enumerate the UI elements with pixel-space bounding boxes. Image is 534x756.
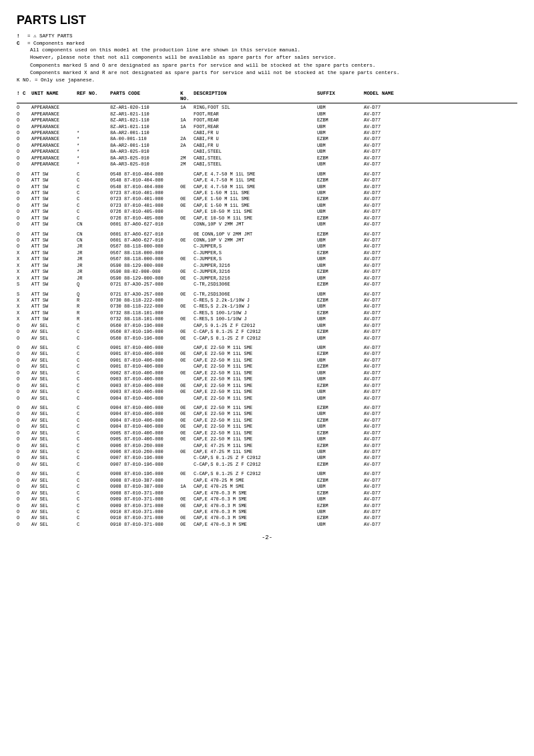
- row-kno: 1A: [180, 117, 194, 123]
- row-kno: [180, 130, 194, 136]
- row-model: AV-D77: [364, 323, 404, 329]
- row-desc: CAP,E 22-50 M 11L SME: [194, 364, 317, 370]
- row-unit: AV SEL: [31, 522, 77, 528]
- row-desc: CAP,E 470-25 M SME: [194, 484, 317, 490]
- row-unit: AV SEL: [31, 389, 77, 395]
- row-parts: 0908 87-010-371-080: [110, 490, 180, 496]
- row-suffix: UBM: [317, 124, 364, 130]
- row-parts: 8Z-AR1-021-110: [110, 111, 180, 117]
- row-parts: 0908 87-010-196-080: [110, 471, 180, 477]
- table-row: O AV SEL C 0906 87-010-260-080 0E CAP,E …: [17, 449, 517, 455]
- row-suffix: UBM: [317, 411, 364, 417]
- row-kno: 0E: [180, 436, 194, 442]
- row-model: AV-D77: [364, 329, 404, 335]
- row-ref: C: [77, 209, 110, 215]
- table-row: O AV SEL C 0908 87-010-387-080 CAP,E 470…: [17, 478, 517, 484]
- row-ref: C: [77, 336, 110, 342]
- row-suffix: EZBM: [317, 117, 364, 123]
- row-unit: AV SEL: [31, 430, 77, 436]
- row-unit: APPEARANCE: [31, 161, 77, 167]
- row-suffix: UBM: [317, 455, 364, 461]
- row-parts: 0910 87-010-371-080: [110, 509, 180, 515]
- row-ref: C: [77, 329, 110, 335]
- row-kno: 0E: [180, 389, 194, 395]
- row-ic: S: [17, 282, 31, 288]
- row-suffix: EZBM: [317, 418, 364, 424]
- row-ref: C: [77, 449, 110, 455]
- row-suffix: UBM: [317, 396, 364, 402]
- row-ic: O: [17, 177, 31, 183]
- table-row: O APPEARANCE 8Z-AR1-021-110 1A FOOT,REAR…: [17, 117, 517, 123]
- row-kno: 1A: [180, 124, 194, 130]
- row-suffix: UBM: [317, 389, 364, 395]
- row-model: AV-D77: [364, 304, 404, 310]
- header-ic: ! C: [17, 91, 31, 101]
- row-ic: O: [17, 124, 31, 130]
- row-suffix: UBM: [317, 171, 364, 177]
- row-unit: AV SEL: [31, 418, 77, 424]
- row-suffix: UBM: [317, 358, 364, 364]
- legend-note-1: All components used on this model at the…: [30, 47, 517, 54]
- row-model: AV-D77: [364, 424, 404, 430]
- row-unit: ATT SW: [31, 263, 77, 269]
- header-ref: REF NO.: [77, 91, 110, 101]
- row-desc: C-TR,2SD1306E: [194, 292, 317, 298]
- row-model: AV-D77: [364, 276, 404, 282]
- row-desc: CAP,E 22-50 M 11L SME: [194, 430, 317, 436]
- row-parts: 0901 87-010-406-080: [110, 364, 180, 370]
- row-ref: *: [77, 130, 110, 136]
- row-unit: ATT SW: [31, 298, 77, 304]
- row-unit: ATT SW: [31, 184, 77, 190]
- table-row: O ATT SW CN 0601 87-A60-627-010 0E CONN,…: [17, 232, 517, 238]
- table-row: O AV SEL C 0560 87-010-196-080 CAP,S 0.1…: [17, 323, 517, 329]
- row-kno: [180, 244, 194, 250]
- row-suffix: EZBM: [317, 216, 364, 222]
- row-model: AV-D77: [364, 292, 404, 298]
- row-parts: 0560 87-010-196-080: [110, 336, 180, 342]
- row-suffix: UBM: [317, 449, 364, 455]
- row-parts: 0567 88-118-000-080: [110, 256, 180, 262]
- row-suffix: UBM: [317, 436, 364, 442]
- row-ref: CN: [77, 222, 110, 228]
- row-unit: AV SEL: [31, 383, 77, 389]
- row-ic: O: [17, 336, 31, 342]
- table-row: X ATT SW JR 0567 88-118-000-080 0E C-JUM…: [17, 256, 517, 262]
- row-desc: CAP,E 22-50 M 11L SME: [194, 418, 317, 424]
- table-row: O AV SEL C 0902 87-010-406-080 0E CAP,E …: [17, 370, 517, 376]
- row-ref: C: [77, 383, 110, 389]
- row-desc: CAP,E 22-50 M 11L SME: [194, 411, 317, 417]
- row-kno: 0E: [180, 269, 194, 275]
- row-kno: 0E: [180, 522, 194, 528]
- row-suffix: EZBM: [317, 269, 364, 275]
- row-unit: APPEARANCE: [31, 136, 77, 142]
- row-suffix: UBM: [317, 376, 364, 382]
- row-suffix: EZBM: [317, 136, 364, 142]
- row-parts: 0907 87-010-196-080: [110, 462, 180, 468]
- row-parts: 0567 88-118-000-080: [110, 244, 180, 250]
- row-suffix: UBM: [317, 130, 364, 136]
- row-kno: [180, 298, 194, 304]
- row-suffix: UBM: [317, 143, 364, 149]
- row-suffix: UBM: [317, 161, 364, 167]
- row-kno: 0E: [180, 336, 194, 342]
- table-row: O AV SEL C 0910 87-010-371-080 0E CAP,E …: [17, 515, 517, 521]
- row-ic: O: [17, 358, 31, 364]
- row-desc: CAP,E 22-50 M 11L SME: [194, 405, 317, 411]
- row-parts: 0906 87-010-260-080: [110, 443, 180, 449]
- row-parts: 0548 87-010-404-080: [110, 177, 180, 183]
- row-ref: C: [77, 522, 110, 528]
- row-kno: 2A: [180, 136, 194, 142]
- row-unit: AV SEL: [31, 351, 77, 357]
- row-unit: AV SEL: [31, 424, 77, 430]
- row-kno: [180, 310, 194, 316]
- row-desc: CAP,E 22-50 M 11L SME: [194, 389, 317, 395]
- table-row: O APPEARANCE * 8A-AR2-001-110 2A CABI,FR…: [17, 143, 517, 149]
- row-unit: AV SEL: [31, 462, 77, 468]
- row-unit: AV SEL: [31, 509, 77, 515]
- row-parts: 8Z-AR1-020-110: [110, 105, 180, 111]
- row-desc: CAP,E 22-50 M 11L SME: [194, 396, 317, 402]
- row-suffix: EZBM: [317, 405, 364, 411]
- row-model: AV-D77: [364, 136, 404, 142]
- row-ic: O: [17, 111, 31, 117]
- row-model: AV-D77: [364, 269, 404, 275]
